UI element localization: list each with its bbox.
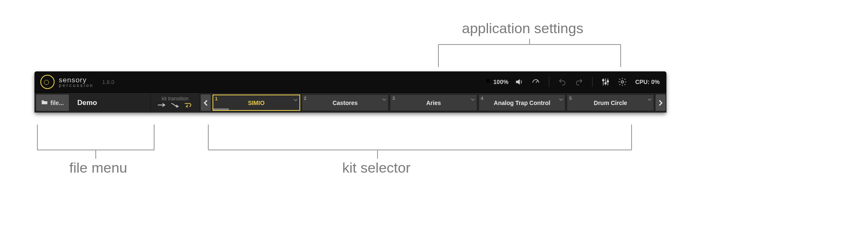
divider — [549, 77, 549, 87]
svg-rect-9 — [605, 83, 606, 84]
set-name[interactable]: Demo — [71, 93, 150, 113]
transition-curve-icon[interactable] — [170, 102, 180, 110]
kit-dropdown-icon[interactable] — [382, 96, 386, 103]
settings-button[interactable] — [616, 76, 629, 88]
kit-scroll-left[interactable] — [201, 94, 211, 111]
top-row: sensory percussion 1.8.0 100% — [34, 71, 666, 92]
search-zoom-icon — [485, 78, 493, 87]
kit-number: 2 — [304, 96, 307, 101]
transition-straight-icon[interactable] — [157, 102, 166, 110]
kit-slot-4[interactable]: 4Analog Trap Control — [479, 94, 566, 111]
kit-name: Castores — [333, 100, 358, 106]
kit-slot-5[interactable]: 5Drum Circle — [567, 94, 654, 111]
kit-progress-bar — [213, 108, 229, 110]
file-menu-label: file... — [50, 100, 64, 106]
svg-rect-10 — [607, 81, 608, 82]
svg-line-1 — [490, 82, 491, 84]
zoom-control[interactable]: 100% — [485, 78, 509, 87]
cpu-meter: CPU: 0% — [635, 79, 660, 85]
tempo-button[interactable] — [530, 76, 542, 88]
kit-name: Aries — [426, 100, 441, 106]
kit-slot-3[interactable]: 3Aries — [390, 94, 477, 111]
folder-icon — [41, 99, 48, 106]
svg-line-4 — [536, 81, 538, 83]
kit-name: Drum Circle — [594, 100, 627, 106]
annotation-file-menu: file menu — [69, 160, 127, 176]
bracket-file-menu — [37, 124, 155, 150]
kit-scroll-right[interactable] — [656, 94, 666, 111]
logo: sensory percussion — [40, 75, 94, 89]
svg-point-0 — [486, 79, 490, 83]
kit-name: SIMIO — [248, 100, 265, 106]
brand-subtitle: percussion — [59, 83, 94, 88]
app-header-bar: sensory percussion 1.8.0 100% — [34, 71, 666, 113]
annotation-kit-selector: kit selector — [342, 160, 411, 176]
logo-icon — [40, 75, 55, 89]
kit-number: 4 — [481, 96, 483, 101]
kit-name: Analog Trap Control — [494, 100, 551, 106]
kit-number: 1 — [215, 96, 218, 101]
mixer-button[interactable] — [599, 76, 612, 88]
kit-dropdown-icon[interactable] — [648, 96, 652, 103]
svg-rect-8 — [602, 80, 604, 81]
kit-strip: 1SIMIO2Castores3Aries4Analog Trap Contro… — [212, 93, 655, 113]
divider — [592, 77, 593, 87]
kit-transition-label: kit transition — [162, 96, 189, 101]
bracket-stem — [377, 150, 378, 159]
kit-dropdown-icon[interactable] — [559, 96, 563, 103]
volume-button[interactable] — [513, 76, 525, 88]
brand-name: sensory — [59, 76, 94, 84]
kit-slot-1[interactable]: 1SIMIO — [212, 94, 300, 111]
redo-button[interactable] — [573, 76, 585, 88]
transition-return-icon[interactable] — [184, 102, 193, 110]
zoom-value: 100% — [493, 79, 509, 85]
kit-slot-2[interactable]: 2Castores — [302, 94, 389, 111]
kit-transition-panel: kit transition — [150, 93, 200, 113]
svg-point-11 — [621, 81, 624, 83]
bracket-app-settings — [438, 44, 621, 67]
bottom-row: file... Demo kit transition 1SIMIO2Casto… — [34, 92, 666, 113]
kit-dropdown-icon[interactable] — [471, 96, 475, 103]
kit-dropdown-icon[interactable] — [294, 97, 298, 103]
file-menu-button[interactable]: file... — [36, 94, 69, 111]
kit-number: 3 — [392, 96, 395, 101]
annotation-app-settings: application settings — [462, 20, 583, 37]
bracket-kit-selector — [208, 124, 632, 150]
undo-button[interactable] — [556, 76, 569, 88]
kit-number: 5 — [569, 96, 572, 101]
bracket-stem — [95, 150, 96, 159]
version-label: 1.8.0 — [102, 79, 114, 85]
bracket-stem — [529, 39, 530, 45]
